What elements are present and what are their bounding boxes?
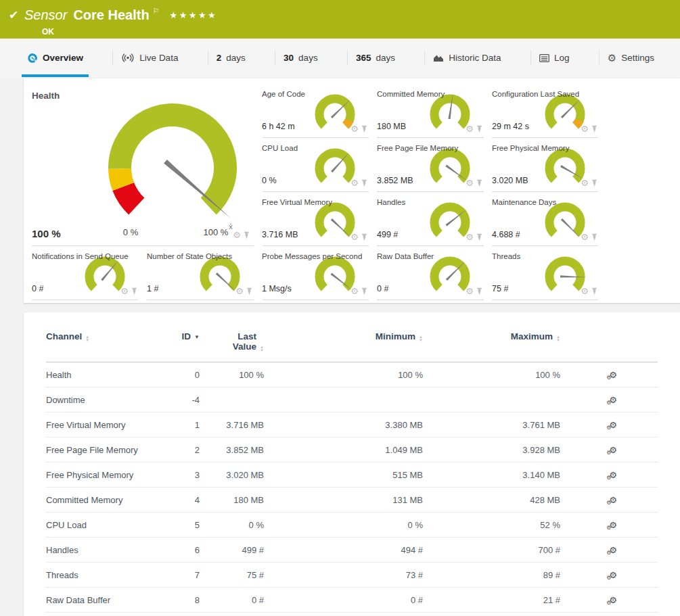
gauge-pin-icon[interactable] xyxy=(591,233,597,241)
gauge-age-of-code: Age of Code6 h 42 m⚙ xyxy=(262,84,369,138)
gauge-label: Committed Memory xyxy=(377,90,445,98)
column-header-tools xyxy=(568,331,658,362)
health-gauge-dial: x̄0 %100 % xyxy=(71,92,274,241)
gauge-free-physical-memory: Free Physical Memory3.020 MB⚙ xyxy=(492,138,599,192)
gauge-label: Free Physical Memory xyxy=(492,144,569,152)
tab-2-days[interactable]: 2days xyxy=(210,39,252,77)
channel-maximum: 100 % xyxy=(423,362,568,387)
gauge-pin-icon[interactable] xyxy=(361,233,367,241)
gauge-settings-gear-icon[interactable]: ⚙ xyxy=(350,179,359,187)
tab-settings[interactable]: ⚙Settings xyxy=(601,39,661,77)
channel-name: Downtime xyxy=(46,387,171,412)
edit-channel-gears-icon[interactable]: ⚙⚙ xyxy=(609,471,617,479)
gauge-settings-gear-icon[interactable]: ⚙ xyxy=(581,179,589,187)
gauge-pin-icon[interactable] xyxy=(361,125,367,133)
channel-last-value: 100 % xyxy=(200,362,271,387)
tab-label: days xyxy=(298,53,318,63)
channel-minimum: 3.380 MB xyxy=(271,412,423,437)
tab-number: 2 xyxy=(217,53,222,63)
edit-channel-gears-icon[interactable]: ⚙⚙ xyxy=(609,521,617,529)
channel-maximum: 428 MB xyxy=(423,488,568,513)
gauge-settings-gear-icon[interactable]: ⚙ xyxy=(466,179,474,187)
priority-flag-icon[interactable]: ⚐ xyxy=(153,7,160,15)
gauge-pin-icon[interactable] xyxy=(591,125,597,133)
gauge-pin-icon[interactable] xyxy=(246,287,252,295)
channel-maximum: 21 # xyxy=(423,588,568,613)
gauge-settings-gear-icon[interactable]: ⚙ xyxy=(235,287,244,295)
channel-name: Free Physical Memory xyxy=(46,463,171,488)
sensor-title: Core Health xyxy=(73,7,149,22)
gauge-maintenance-days: Maintenance Days4.688 #⚙ xyxy=(492,192,599,246)
column-label: Minimum xyxy=(376,331,415,341)
gauge-cell-icons: ⚙ xyxy=(350,287,367,295)
gauge-notifications-in-send-queue: Notifications in Send Queue0 #⚙ xyxy=(32,246,139,300)
gauge-raw-data-buffer: Raw Data Buffer0 #⚙ xyxy=(377,246,484,300)
gauge-settings-gear-icon[interactable]: ⚙ xyxy=(466,233,474,241)
gauge-settings-gear-icon[interactable]: ⚙ xyxy=(581,287,589,295)
tab-historic-data[interactable]: Historic Data xyxy=(426,39,507,77)
channel-minimum: 100 % xyxy=(271,362,423,387)
channel-row-raw-data-buffer: Raw Data Buffer80 #0 #21 #⚙⚙ xyxy=(46,588,658,613)
column-header-max[interactable]: Maximum▲▼ xyxy=(423,331,568,362)
edit-channel-gears-icon[interactable]: ⚙⚙ xyxy=(609,496,617,504)
gauge-probe-messages-per-second: Probe Messages per Second1 Msg/s⚙ xyxy=(262,246,369,300)
column-header-id[interactable]: ID▼ xyxy=(171,331,200,362)
gauge-pin-icon[interactable] xyxy=(476,287,482,295)
gauge-settings-gear-icon[interactable]: ⚙ xyxy=(350,287,359,295)
tab-overview[interactable]: Overview xyxy=(20,39,90,77)
prtg-sensor-page: ✔ SensorCore Health⚐★★★★★ OK OverviewLiv… xyxy=(0,0,680,616)
gauge-pin-icon[interactable] xyxy=(361,287,367,295)
tab-label: days xyxy=(226,53,246,63)
gauge-settings-gear-icon[interactable]: ⚙ xyxy=(233,231,241,239)
priority-stars[interactable]: ★★★★★ xyxy=(170,10,218,20)
gauge-label: Configuration Last Saved xyxy=(492,90,579,98)
channel-row-free-virtual-memory: Free Virtual Memory13.716 MB3.380 MB3.76… xyxy=(46,412,658,437)
gauge-settings-gear-icon[interactable]: ⚙ xyxy=(581,124,589,133)
edit-channel-gears-icon[interactable]: ⚙⚙ xyxy=(609,396,617,404)
gauge-cell-icons: ⚙ xyxy=(235,287,252,295)
gauge-pin-icon[interactable] xyxy=(244,231,250,239)
gauge-pin-icon[interactable] xyxy=(131,287,137,295)
gauge-pin-icon[interactable] xyxy=(476,125,482,133)
gauge-free-virtual-memory: Free Virtual Memory3.716 MB⚙ xyxy=(262,192,369,246)
gauge-settings-gear-icon[interactable]: ⚙ xyxy=(466,124,474,133)
column-header-last[interactable]: Last Value▲▼ xyxy=(200,331,271,362)
gauge-settings-gear-icon[interactable]: ⚙ xyxy=(120,287,129,295)
gauge-settings-gear-icon[interactable]: ⚙ xyxy=(466,287,474,295)
tab-log[interactable]: Log xyxy=(532,39,576,77)
channel-last-value: 3.852 MB xyxy=(200,437,271,463)
gauge-threads: Threads75 #⚙ xyxy=(492,246,599,300)
tab-live-data[interactable]: Live Data xyxy=(114,39,185,77)
gauge-value: 0 # xyxy=(377,284,388,293)
gauge-pin-icon[interactable] xyxy=(361,179,367,187)
edit-channel-gears-icon[interactable]: ⚙⚙ xyxy=(609,546,617,554)
gauge-pin-icon[interactable] xyxy=(476,233,482,241)
tab-30-days[interactable]: 30days xyxy=(277,39,325,77)
column-header-channel[interactable]: Channel▲▼ xyxy=(46,331,171,362)
gauge-label: Number of State Objects xyxy=(147,252,232,260)
tab-365-days[interactable]: 365days xyxy=(349,39,402,77)
gauge-committed-memory: Committed Memory180 MB⚙ xyxy=(377,84,484,138)
edit-channel-gears-icon[interactable]: ⚙⚙ xyxy=(609,596,617,605)
channel-id: 1 xyxy=(171,412,200,437)
channel-id: 2 xyxy=(171,437,200,463)
status-ok-check-icon: ✔ xyxy=(9,8,18,22)
gauge-settings-gear-icon[interactable]: ⚙ xyxy=(350,233,359,241)
gauge-pin-icon[interactable] xyxy=(476,179,482,187)
gauge-settings-gear-icon[interactable]: ⚙ xyxy=(581,233,589,241)
channel-last-value: 180 MB xyxy=(200,488,271,513)
gauge-pin-icon[interactable] xyxy=(591,179,597,187)
column-header-min[interactable]: Minimum▲▼ xyxy=(271,331,423,362)
edit-channel-gears-icon[interactable]: ⚙⚙ xyxy=(609,571,617,579)
edit-channel-gears-icon[interactable]: ⚙⚙ xyxy=(609,446,617,454)
edit-channel-gears-icon[interactable]: ⚙⚙ xyxy=(609,371,617,379)
channel-name: Committed Memory xyxy=(46,488,171,513)
channel-last-value: 3.716 MB xyxy=(200,412,271,437)
edit-channel-gears-icon[interactable]: ⚙⚙ xyxy=(609,421,617,429)
gauge-free-page-file-memory: Free Page File Memory3.852 MB⚙ xyxy=(377,138,484,192)
tab-label: Overview xyxy=(43,53,83,63)
gauge-label: Age of Code xyxy=(262,90,305,98)
gauge-pin-icon[interactable] xyxy=(591,287,597,295)
sort-icon: ▲▼ xyxy=(556,335,560,342)
gauge-settings-gear-icon[interactable]: ⚙ xyxy=(350,124,359,133)
